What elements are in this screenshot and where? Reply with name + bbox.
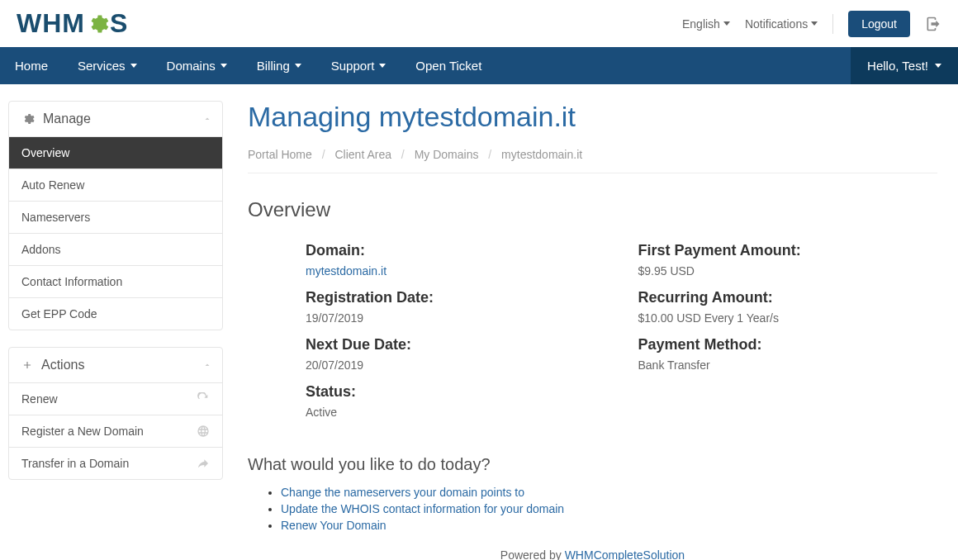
greeting-label: Hello, Test! [867, 59, 928, 73]
language-selector[interactable]: English [682, 17, 730, 31]
caret-down-icon [935, 64, 941, 68]
sidebar-action-renew[interactable]: Renew [9, 383, 222, 415]
overview-grid: Domain: mytestdomain.it Registration Dat… [248, 242, 937, 430]
today-links: Change the nameservers your domain point… [248, 486, 937, 532]
breadcrumb-client[interactable]: Client Area [334, 148, 391, 161]
field-domain: Domain: mytestdomain.it [306, 242, 605, 278]
manage-panel: Manage Overview Auto Renew Nameservers A… [8, 101, 223, 330]
page-title: Managing mytestdomain.it [248, 101, 937, 133]
logout-button[interactable]: Logout [848, 11, 910, 37]
field-next-due-date: Next Due Date: 20/07/2019 [306, 336, 605, 372]
link-update-whois[interactable]: Update the WHOIS contact information for… [281, 502, 564, 515]
sidebar-item-addons[interactable]: Addons [9, 234, 222, 266]
actions-panel-header[interactable]: Actions [9, 348, 222, 383]
overview-title: Overview [248, 198, 937, 221]
breadcrumb-current: mytestdomain.it [501, 148, 582, 161]
user-menu[interactable]: Hello, Test! [851, 47, 958, 84]
overview-right: First Payment Amount: $9.95 USD Recurrin… [638, 242, 938, 430]
domain-link[interactable]: mytestdomain.it [306, 264, 605, 278]
field-first-payment: First Payment Amount: $9.95 USD [638, 242, 938, 278]
gear-icon [21, 112, 35, 126]
link-renew-domain[interactable]: Renew Your Domain [281, 519, 387, 532]
nav-support[interactable]: Support [316, 47, 401, 84]
nav-billing[interactable]: Billing [242, 47, 316, 84]
footer: Powered by WHMCompleteSolution [248, 540, 937, 560]
sidebar-item-auto-renew[interactable]: Auto Renew [9, 169, 222, 202]
divider [832, 14, 833, 34]
main-content: Managing mytestdomain.it Portal Home / C… [248, 101, 950, 560]
sidebar-item-overview[interactable]: Overview [9, 137, 222, 169]
actions-title: Actions [41, 358, 84, 373]
caret-down-icon [130, 64, 137, 68]
caret-down-icon [379, 64, 386, 68]
field-recurring: Recurring Amount: $10.00 USD Every 1 Yea… [638, 289, 938, 325]
manage-title: Manage [43, 112, 91, 126]
globe-icon [197, 425, 210, 438]
content: Manage Overview Auto Renew Nameservers A… [0, 84, 958, 560]
nav-domains[interactable]: Domains [152, 47, 242, 84]
plus-icon [21, 359, 33, 371]
sidebar-action-transfer[interactable]: Transfer in a Domain [9, 448, 222, 479]
breadcrumb: Portal Home / Client Area / My Domains /… [248, 141, 937, 173]
field-registration-date: Registration Date: 19/07/2019 [306, 289, 605, 325]
refresh-icon [197, 392, 210, 406]
field-status: Status: Active [306, 383, 605, 419]
field-payment-method: Payment Method: Bank Transfer [638, 336, 938, 372]
sidebar: Manage Overview Auto Renew Nameservers A… [8, 101, 223, 560]
chevron-up-icon [202, 114, 212, 124]
overview-left: Domain: mytestdomain.it Registration Dat… [306, 242, 605, 430]
caret-down-icon [811, 21, 818, 26]
logo[interactable]: WHM S [17, 8, 128, 39]
sidebar-item-contact-info[interactable]: Contact Information [9, 266, 222, 298]
breadcrumb-mydomains[interactable]: My Domains [415, 148, 479, 161]
nav-home[interactable]: Home [0, 47, 63, 84]
sidebar-item-nameservers[interactable]: Nameservers [9, 202, 222, 234]
topbar-right: English Notifications Logout [682, 11, 941, 37]
nav-left: Home Services Domains Billing Support Op… [0, 47, 496, 84]
sidebar-action-register[interactable]: Register a New Domain [9, 415, 222, 448]
exit-icon[interactable] [925, 16, 941, 32]
today-title: What would you like to do today? [248, 455, 937, 474]
language-label: English [682, 17, 720, 31]
link-change-nameservers[interactable]: Change the nameservers your domain point… [281, 486, 524, 499]
breadcrumb-portal[interactable]: Portal Home [248, 148, 312, 161]
caret-down-icon [723, 21, 730, 26]
navbar: Home Services Domains Billing Support Op… [0, 47, 958, 84]
caret-down-icon [295, 64, 301, 68]
share-icon [197, 457, 210, 470]
sidebar-item-epp-code[interactable]: Get EPP Code [9, 298, 222, 330]
notifications-dropdown[interactable]: Notifications [745, 17, 818, 31]
nav-open-ticket[interactable]: Open Ticket [401, 47, 496, 84]
actions-panel: Actions Renew Register a New Domain Tran… [8, 347, 223, 480]
footer-link[interactable]: WHMCompleteSolution [565, 548, 685, 560]
manage-panel-header[interactable]: Manage [9, 102, 222, 137]
chevron-up-icon [202, 360, 212, 370]
topbar: WHM S English Notifications Logout [0, 0, 958, 47]
nav-services[interactable]: Services [63, 47, 152, 84]
caret-down-icon [221, 64, 227, 68]
gear-icon [86, 12, 109, 36]
notifications-label: Notifications [745, 17, 808, 31]
